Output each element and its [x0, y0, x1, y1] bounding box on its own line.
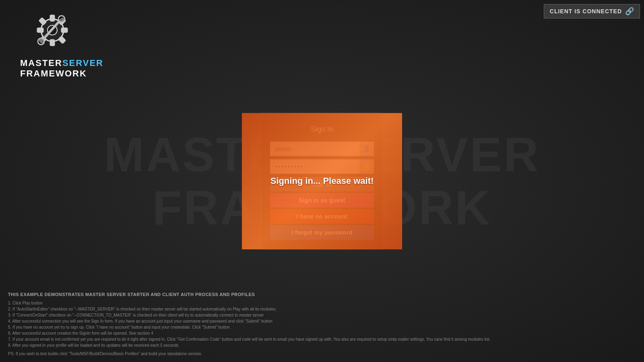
noaccount-button[interactable]: I have no account: [270, 209, 374, 224]
link-icon: 🔗: [625, 7, 634, 16]
modal-overlay: Sign In 👤 🔒 Sign in Sign in as guest I h…: [0, 0, 644, 362]
user-icon: 👤: [359, 142, 374, 156]
username-input[interactable]: [270, 142, 374, 156]
modal-title: Sign In: [270, 125, 374, 134]
password-input[interactable]: [270, 159, 374, 174]
status-text: CLIENT IS CONNECTED: [550, 8, 622, 14]
forgotpw-button[interactable]: I forgot my password: [270, 225, 374, 240]
username-row: 👤: [270, 142, 374, 156]
signin-button[interactable]: Sign in: [270, 177, 374, 191]
guest-button[interactable]: Sign in as guest: [270, 193, 374, 208]
sign-in-modal: Sign In 👤 🔒 Sign in Sign in as guest I h…: [262, 113, 382, 250]
lock-icon: 🔒: [359, 159, 374, 174]
password-row: 🔒: [270, 159, 374, 174]
status-badge: CLIENT IS CONNECTED 🔗: [544, 4, 640, 19]
